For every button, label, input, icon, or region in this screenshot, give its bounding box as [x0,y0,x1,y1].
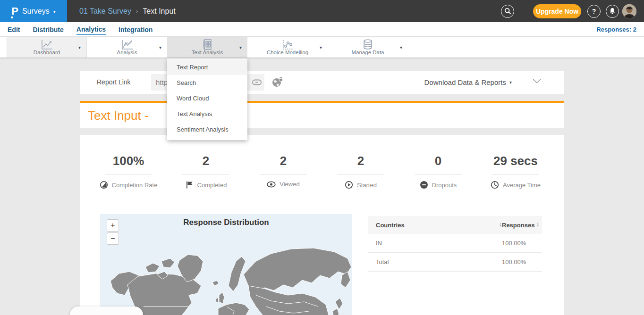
report-link-card: Report Link Download Data & Reports ▾ [80,71,564,94]
response-distribution-map[interactable]: Response Distribution + − [100,214,352,315]
line-chart-icon [40,39,54,51]
countries-table: Countries ▲▼ Responses ▲▼ IN 100.00% Tot… [368,216,542,272]
copy-link-button[interactable] [249,74,264,91]
world-map-image [100,214,352,315]
search-button[interactable] [501,5,514,18]
chevron-down-icon[interactable]: ▾ [400,45,402,50]
questionpro-logo-icon: P [11,6,18,17]
stat-dropouts: 0 Dropouts [399,154,477,189]
chevron-down-icon: ▾ [509,80,512,85]
analytics-summary-card: 100% Completion Rate 2 [80,135,564,315]
text-analysis-dropdown-menu: Text Report Search Word Cloud Text Analy… [167,58,247,140]
responses-cell: 100.00% [502,240,542,247]
report-link-label: Report Link [97,78,131,86]
tab-analysis[interactable]: Analysis ▾ [87,37,167,58]
clock-icon [491,181,499,189]
tab-choice-modelling[interactable]: Choice Modelling ▾ [247,37,328,58]
divider [105,174,152,174]
chevron-down-icon: ▾ [53,9,56,14]
country-cell: Total [368,258,502,265]
countries-column-header[interactable]: Countries [376,222,405,229]
top-header-bar: P Surveys ▾ 01 Take Survey › Text Input … [0,0,644,22]
eye-icon [267,181,276,188]
tab-manage-data[interactable]: Manage Data ▾ [328,37,408,58]
country-cell: IN [368,240,502,247]
map-zoom-out-button[interactable]: − [107,232,119,245]
chevron-down-icon [533,79,541,83]
responses-column-header[interactable]: Responses [502,222,534,229]
play-circle-icon [345,181,353,189]
user-avatar[interactable] [622,4,636,18]
table-row: IN 100.00% [368,234,542,253]
map-title: Response Distribution [100,218,352,227]
menu-item-text-report[interactable]: Text Report [167,59,247,75]
collapse-section-button[interactable] [533,79,541,83]
download-data-reports-button[interactable]: Download Data & Reports ▾ [424,71,512,94]
chevron-down-icon[interactable]: ▾ [239,45,242,50]
share-web-button[interactable] [271,76,284,88]
chevron-down-icon[interactable]: ▾ [320,45,322,50]
divider [492,174,539,174]
app-window: P Surveys ▾ 01 Take Survey › Text Input … [0,0,644,315]
breadcrumb-survey-link[interactable]: 01 Take Survey [79,7,131,16]
responses-cell: 100.00% [502,258,542,265]
map-zoom-in-button[interactable]: + [107,219,119,232]
minus-circle-icon [420,181,428,189]
brand-menu[interactable]: P Surveys ▾ [0,0,67,22]
chevron-down-icon[interactable]: ▾ [159,45,161,50]
bell-icon [609,8,616,15]
sort-icon[interactable]: ▲▼ [536,223,539,227]
chevron-down-icon[interactable]: ▾ [78,45,81,50]
breadcrumb-current-page: Text Input [143,7,175,16]
menu-item-search[interactable]: Search [167,75,247,91]
divider [182,174,229,174]
subnav-integration[interactable]: Integration [119,24,153,34]
help-button[interactable]: ? [587,5,601,18]
globe-lock-icon [272,77,283,87]
menu-item-text-analysis[interactable]: Text Analysis [167,106,247,122]
analysis-chart-icon [120,39,134,51]
stat-average-time: 29 secs Average Time [477,154,554,189]
question-title: Text Input - [88,108,149,123]
product-name: Surveys [22,7,50,16]
stat-viewed: 2 Viewed [245,154,322,189]
tab-dashboard[interactable]: Dashboard ▾ [7,37,87,58]
subnav-distribute[interactable]: Distribute [33,24,63,34]
survey-subnav: Edit Distribute Analytics Integration Re… [0,22,644,37]
menu-item-sentiment-analysis[interactable]: Sentiment Analysis [167,122,247,137]
analytics-toolbar: Dashboard ▾ Analysis ▾ Text Analysis [0,37,644,58]
stats-row: 100% Completion Rate 2 [90,154,554,189]
scatter-chart-icon [280,39,295,51]
stat-completion-rate: 100% Completion Rate [90,154,167,189]
countries-table-header: Countries ▲▼ Responses ▲▼ [368,216,542,234]
divider [260,174,307,174]
question-mark-icon: ? [592,8,596,15]
menu-item-word-cloud[interactable]: Word Cloud [167,91,247,106]
database-icon [361,39,375,51]
stat-started: 2 Started [322,154,399,189]
text-report-icon [200,39,214,51]
notifications-button[interactable] [606,5,619,18]
table-row-total: Total 100.00% [368,253,542,272]
search-icon [504,8,511,15]
question-title-card: Text Input - [80,101,564,128]
breadcrumb-separator-icon: › [136,8,138,15]
avatar-photo-icon [622,4,636,18]
subnav-edit[interactable]: Edit [8,24,20,34]
tab-text-analysis[interactable]: Text Analysis ▾ [167,37,247,58]
flag-icon [185,181,194,189]
divider [337,174,384,174]
stat-completed: 2 Completed [167,154,245,189]
upgrade-now-button[interactable]: Upgrade Now [533,4,581,18]
responses-count: Responses: 2 [596,22,636,36]
divider [415,174,462,174]
link-icon [252,79,262,85]
breadcrumb: 01 Take Survey › Text Input [79,0,176,22]
subnav-analytics[interactable]: Analytics [76,24,106,35]
corner-widget [70,307,143,315]
completion-gauge-icon [100,181,108,189]
